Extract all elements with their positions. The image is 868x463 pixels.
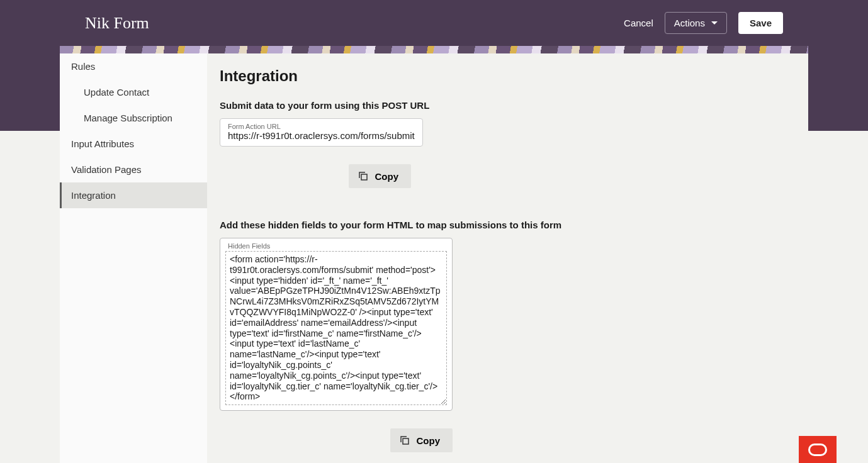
oracle-o-icon <box>808 443 827 456</box>
form-action-url-value: https://r-t991r0t.oraclersys.com/forms/s… <box>228 130 415 141</box>
hidden-fields-textarea[interactable]: <form action='https://r-t991r0t.oraclers… <box>225 251 447 405</box>
sidebar-item-manage-subscription[interactable]: Manage Subscription <box>60 105 207 131</box>
svg-rect-0 <box>361 174 367 180</box>
app-header: Nik Form Cancel Actions Save <box>0 0 868 46</box>
decorative-strip <box>60 46 808 53</box>
url-section-heading: Submit data to your form using this POST… <box>220 100 789 111</box>
page-title: Nik Form <box>85 14 149 33</box>
form-action-url-field[interactable]: Form Action URL https://r-t991r0t.oracle… <box>220 118 423 147</box>
copy-hidden-label: Copy <box>417 435 441 446</box>
main-panel: Rules Update Contact Manage Subscription… <box>60 53 808 463</box>
hidden-fields-box[interactable]: Hidden Fields <form action='https://r-t9… <box>220 238 453 411</box>
cancel-button[interactable]: Cancel <box>624 18 653 28</box>
copy-icon <box>399 435 410 446</box>
sidebar-item-integration[interactable]: Integration <box>60 182 207 208</box>
sidebar-item-validation-pages[interactable]: Validation Pages <box>60 157 207 182</box>
sidebar-item-update-contact[interactable]: Update Contact <box>60 79 207 105</box>
svg-rect-1 <box>403 438 409 444</box>
copy-url-label: Copy <box>375 171 399 182</box>
hidden-fields-label: Hidden Fields <box>225 242 447 250</box>
actions-label: Actions <box>674 18 705 28</box>
actions-dropdown-button[interactable]: Actions <box>665 12 727 34</box>
oracle-logo-badge[interactable] <box>799 436 837 463</box>
chevron-down-icon <box>711 21 718 25</box>
sidebar: Rules Update Contact Manage Subscription… <box>60 53 207 463</box>
copy-icon <box>358 170 369 182</box>
sidebar-item-input-attributes[interactable]: Input Attributes <box>60 131 207 157</box>
form-action-url-label: Form Action URL <box>228 123 415 130</box>
copy-url-button[interactable]: Copy <box>349 164 412 188</box>
hidden-fields-heading: Add these hidden fields to your form HTM… <box>220 220 789 230</box>
copy-hidden-fields-button[interactable]: Copy <box>390 428 453 452</box>
hidden-fields-value: <form action='https://r-t991r0t.oraclers… <box>230 254 442 402</box>
header-actions: Cancel Actions Save <box>624 12 783 34</box>
sidebar-item-rules[interactable]: Rules <box>60 53 207 79</box>
content-area: Integration Submit data to your form usi… <box>207 53 808 463</box>
content-title: Integration <box>220 67 789 85</box>
save-button[interactable]: Save <box>738 12 783 34</box>
